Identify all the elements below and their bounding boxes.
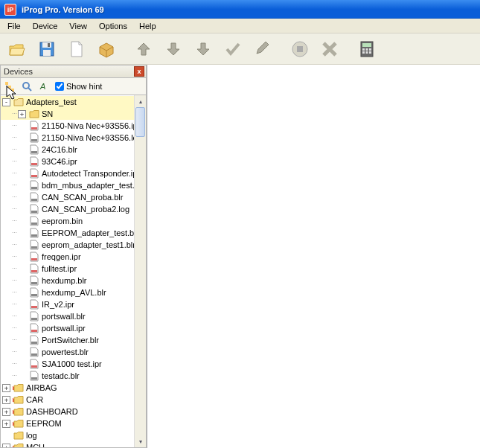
tree-node-mcu[interactable]: ++MCU	[1, 441, 134, 447]
tree-node-sn[interactable]: ⋯+SN	[1, 108, 134, 120]
toolbar-open-folder[interactable]	[3, 36, 31, 63]
svg-rect-11	[362, 51, 365, 54]
tree-file[interactable]: ⋯portswall.ipr	[1, 322, 134, 334]
tree-file[interactable]: ⋯bdm_mbus_adapter_test.blr	[1, 179, 134, 191]
panel-search-button[interactable]	[19, 80, 34, 93]
devices-panel-header: Devices x	[0, 65, 147, 78]
svg-rect-15	[8, 86, 11, 89]
svg-rect-19	[31, 127, 37, 129]
scroll-up-icon[interactable]: ▴	[135, 95, 146, 107]
panel-tree-view-button[interactable]	[2, 80, 17, 93]
menu-file[interactable]: File	[1, 20, 27, 32]
tree-file[interactable]: ⋯21150-Niva Nec+93S56.ipr	[1, 120, 134, 132]
tree-node-eeprom[interactable]: ++EEPROM	[1, 417, 134, 429]
svg-rect-24	[31, 187, 37, 189]
toolbar-cancel[interactable]	[316, 36, 344, 63]
scroll-thumb[interactable]	[135, 107, 145, 137]
tree-node-log[interactable]: log	[1, 429, 134, 441]
toolbar-arrow-down[interactable]	[159, 36, 188, 63]
svg-rect-12	[366, 51, 368, 54]
toolbar-check[interactable]	[219, 36, 247, 63]
menu-device[interactable]: Device	[27, 20, 64, 32]
tree-file[interactable]: ⋯PortSwitcher.blr	[1, 334, 134, 346]
svg-rect-14	[5, 82, 8, 85]
expand-icon[interactable]: +	[18, 110, 26, 118]
menu-options[interactable]: Options	[93, 20, 133, 32]
page-icon	[67, 39, 86, 59]
calculator-icon	[357, 39, 377, 59]
svg-rect-8	[362, 48, 365, 51]
stop-icon	[290, 39, 310, 59]
toolbar-stop[interactable]	[286, 36, 314, 63]
svg-rect-20	[31, 139, 37, 141]
tree-file[interactable]: ⋯eeprom_adapter_test1.blr	[1, 239, 134, 251]
svg-rect-40	[31, 377, 37, 380]
tree-file[interactable]: ⋯testadc.blr	[1, 370, 134, 382]
expand-icon[interactable]: +	[2, 396, 10, 404]
toolbar-save[interactable]	[33, 36, 61, 63]
tree-file[interactable]: ⋯93C46.ipr	[1, 156, 134, 167]
svg-rect-39	[31, 365, 37, 368]
tree-file[interactable]: ⋯SJA1000 test.ipr	[1, 358, 134, 370]
toolbar-edit[interactable]	[249, 36, 277, 63]
toolbar-calculator[interactable]	[353, 36, 381, 63]
tree-file[interactable]: ⋯24C16.blr	[1, 144, 134, 156]
tree-node-airbag[interactable]: ++AIRBAG	[1, 382, 134, 394]
tree-container: -Adapters_test⋯+SN⋯21150-Niva Nec+93S56.…	[0, 95, 147, 448]
titlebar: iP iProg Pro. Version 69	[0, 0, 480, 19]
tree-file[interactable]: ⋯Autodetect Transponder.ipr	[1, 167, 134, 179]
tree-file[interactable]: ⋯eeprom.bin	[1, 215, 134, 227]
expand-icon[interactable]: +	[2, 420, 10, 428]
scroll-down-icon[interactable]: ▾	[135, 435, 146, 447]
menu-view[interactable]: View	[63, 20, 93, 32]
tree-file[interactable]: ⋯21150-Niva Nec+93S56.log	[1, 132, 134, 144]
search-icon	[22, 81, 32, 92]
svg-rect-28	[31, 234, 37, 237]
tree-file[interactable]: ⋯CAN_SCAN_proba2.log	[1, 203, 134, 215]
tree-node-car[interactable]: ++CAR	[1, 394, 134, 406]
tree-file[interactable]: ⋯portswall.blr	[1, 310, 134, 322]
show-hint-input[interactable]	[55, 82, 64, 91]
tree-file[interactable]: ⋯hexdump_AVL.blr	[1, 287, 134, 298]
collapse-icon[interactable]: -	[2, 98, 10, 106]
menu-help[interactable]: Help	[133, 20, 162, 32]
svg-rect-32	[31, 282, 37, 284]
tree-node-adapters-test[interactable]: -Adapters_test	[1, 96, 134, 108]
svg-rect-31	[31, 270, 37, 272]
tree-file[interactable]: ⋯powertest.blr	[1, 346, 134, 358]
svg-rect-34	[31, 306, 37, 308]
device-tree[interactable]: -Adapters_test⋯+SN⋯21150-Niva Nec+93S56.…	[1, 95, 134, 447]
check-icon	[224, 40, 242, 58]
tree-file[interactable]: ⋯hexdump.blr	[1, 275, 134, 287]
tree-node-dashboard[interactable]: ++DASHBOARD	[1, 406, 134, 417]
panel-close-button[interactable]: x	[134, 66, 144, 77]
svg-rect-9	[366, 48, 368, 51]
svg-rect-33	[31, 294, 37, 296]
svg-rect-36	[31, 330, 37, 332]
panel-font-button[interactable]: A	[36, 80, 51, 93]
svg-rect-21	[31, 151, 37, 153]
expand-icon[interactable]: +	[2, 444, 10, 448]
toolbar-package[interactable]	[92, 36, 121, 63]
show-hint-checkbox[interactable]: Show hint	[55, 82, 102, 91]
tree-file[interactable]: ⋯IR_v2.ipr	[1, 298, 134, 310]
tree-view-icon	[4, 81, 15, 92]
toolbar-arrow-up[interactable]	[129, 36, 158, 63]
tree-file[interactable]: ⋯freqgen.ipr	[1, 251, 134, 263]
tree-file[interactable]: ⋯EEPROM_adapter_test.blr	[1, 227, 134, 239]
open-folder-icon	[7, 39, 27, 59]
expand-icon[interactable]: +	[2, 408, 10, 416]
main-view	[147, 65, 480, 448]
tree-file[interactable]: ⋯CAN_SCAN_proba.blr	[1, 191, 134, 203]
svg-rect-3	[48, 43, 50, 47]
toolbar-page[interactable]	[63, 36, 91, 63]
expand-icon[interactable]: +	[2, 384, 10, 392]
toolbar-arrow-down-2[interactable]	[189, 36, 217, 63]
tree-file[interactable]: ⋯fulltest.ipr	[1, 263, 134, 275]
svg-rect-30	[31, 258, 37, 260]
tree-scrollbar[interactable]: ▴ ▾	[134, 95, 146, 447]
svg-rect-27	[31, 223, 37, 225]
svg-rect-23	[31, 175, 37, 177]
svg-rect-25	[31, 199, 37, 201]
floppy-icon	[37, 39, 57, 59]
